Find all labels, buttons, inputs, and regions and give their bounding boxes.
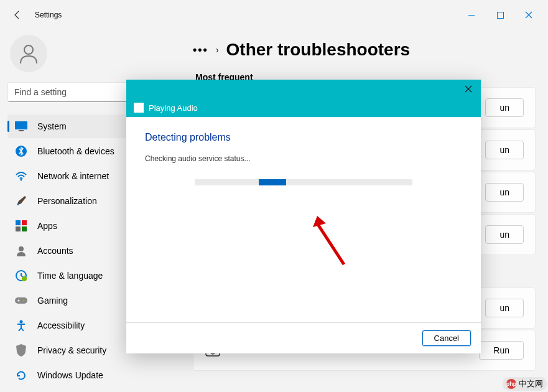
nav-label: Bluetooth & devices [37,146,114,156]
nav-label: Time & language [37,271,103,281]
nav-windowsupdate[interactable]: Windows Update [7,363,179,387]
chevron-right-icon: › [216,45,219,55]
svg-point-15 [23,300,25,302]
svg-point-5 [21,179,22,181]
svg-point-16 [20,320,23,324]
user-avatar[interactable] [10,35,47,72]
gaming-icon [15,294,27,307]
nav-label: Accounts [37,246,73,256]
troubleshooter-dialog: Playing Audio Detecting problems Checkin… [126,80,481,353]
system-icon [15,120,27,133]
bluetooth-icon [15,145,27,157]
update-icon [15,369,27,381]
svg-rect-6 [16,220,21,225]
watermark-logo: php [506,379,516,389]
svg-rect-13 [15,297,27,304]
brush-icon [15,195,27,207]
progress-bar [195,179,412,185]
person-icon [15,245,27,257]
search-placeholder: Find a setting [14,87,67,97]
nav-label: Windows Update [37,370,103,380]
run-button[interactable]: Run [479,341,524,360]
run-button[interactable]: un [485,183,524,202]
watermark: php 中文网 [503,377,547,391]
dialog-message: Checking audio service status... [145,154,462,163]
svg-rect-2 [15,121,27,129]
run-button[interactable]: un [485,98,524,117]
svg-point-12 [22,276,27,281]
accessibility-icon [15,319,27,332]
breadcrumb: ••• › Other troubleshooters [193,40,536,60]
nav-label: Personalization [37,196,97,206]
run-button[interactable]: un [485,299,524,317]
dialog-heading: Detecting problems [145,132,462,143]
window-title: Settings [35,11,62,19]
run-button[interactable]: un [485,141,524,159]
svg-point-10 [19,246,24,251]
progress-fill [259,179,286,185]
svg-rect-0 [497,12,503,18]
svg-point-14 [18,300,20,302]
dialog-app-title: Playing Audio [149,103,198,113]
run-button[interactable]: un [485,225,524,244]
nav-label: Gaming [37,296,68,306]
svg-rect-9 [22,226,27,231]
maximize-button[interactable] [486,5,514,25]
dialog-app-icon [134,103,144,113]
nav-label: System [37,121,67,131]
dialog-close-button[interactable] [460,80,477,98]
nav-label: Accessibility [37,320,85,330]
svg-rect-3 [19,130,24,131]
cancel-button[interactable]: Cancel [422,330,471,346]
nav-label: Network & internet [37,171,109,181]
minimize-button[interactable] [457,5,486,25]
nav-label: Privacy & security [37,345,106,355]
wifi-icon [15,170,27,182]
back-button[interactable] [5,2,30,27]
svg-point-1 [24,45,33,54]
watermark-text: 中文网 [519,378,543,390]
breadcrumb-dots[interactable]: ••• [193,44,208,57]
apps-icon [15,220,27,232]
nav-label: Apps [37,221,57,231]
svg-rect-8 [16,226,21,231]
close-button[interactable] [514,5,543,25]
svg-rect-7 [22,220,27,225]
clock-icon [15,269,27,282]
page-title: Other troubleshooters [226,40,411,60]
shield-icon [15,344,27,357]
